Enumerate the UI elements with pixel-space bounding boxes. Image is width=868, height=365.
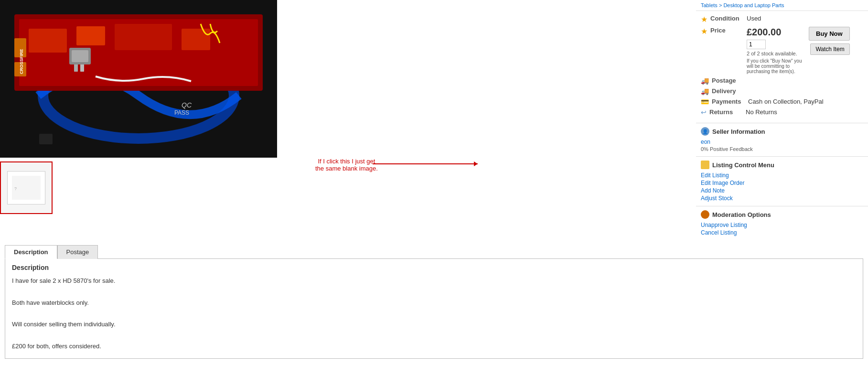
svg-text:?: ?: [14, 186, 17, 191]
payments-value: Cash on Collection, PayPal: [748, 98, 824, 105]
svg-rect-4: [29, 29, 67, 53]
commit-note: If you click "Buy Now" you will be commi…: [747, 58, 804, 74]
delivery-row: 🚚 Delivery: [701, 87, 863, 95]
svg-rect-6: [115, 24, 172, 50]
tab-bar: Description Postage: [5, 245, 863, 259]
condition-row: ★ Condition Used: [701, 15, 863, 24]
price-left: £200.00 2 of 2 stock available. If you c…: [747, 27, 804, 74]
postage-row: 🚚 Postage: [701, 77, 863, 85]
moderation-section: Moderation Options Unapprove Listing Can…: [696, 206, 868, 240]
seller-heading-text: Seller Information: [712, 128, 765, 135]
image-section: CROSSFIRE QC PASS: [0, 0, 301, 214]
payments-row: 💳 Payments Cash on Collection, PayPal: [701, 98, 863, 106]
edit-listing-link[interactable]: Edit Listing: [701, 172, 863, 179]
price-row: ★ Price £200.00 2 of 2 stock available. …: [701, 27, 863, 74]
quantity-input[interactable]: [747, 40, 766, 49]
condition-value: Used: [747, 15, 761, 22]
svg-rect-16: [72, 50, 88, 62]
buy-now-button[interactable]: Buy Now: [809, 27, 850, 41]
adjust-stock-link[interactable]: Adjust Stock: [701, 194, 863, 202]
seller-heading: 👤 Seller Information: [701, 127, 863, 136]
sidebar: Tablets > Desktop and Laptop Parts ★ Con…: [696, 0, 868, 240]
annotation-area: If I click this I just get the same blan…: [301, 0, 696, 172]
postage-label: Postage: [712, 77, 745, 84]
price-icon: ★: [701, 27, 707, 36]
product-info-section: ★ Condition Used ★ Price £200.00 2 of 2 …: [696, 11, 868, 123]
svg-rect-5: [76, 26, 105, 45]
annotation-arrow: [373, 163, 478, 164]
condition-label: Condition: [710, 15, 744, 22]
returns-value: No Returns: [746, 108, 777, 116]
tabs-section: Description Postage Description I have f…: [0, 245, 868, 359]
moderation-heading: Moderation Options: [701, 210, 863, 219]
returns-label: Returns: [709, 108, 743, 116]
edit-image-order-link[interactable]: Edit Image Order: [701, 179, 863, 187]
tab-description[interactable]: Description: [5, 245, 57, 259]
buy-area: Buy Now Watch Item: [809, 27, 850, 55]
condition-icon: ★: [701, 15, 707, 24]
thumbnail-1[interactable]: ?: [0, 161, 53, 214]
listing-control-icon: [701, 161, 709, 169]
description-heading: Description: [12, 264, 856, 271]
svg-text:CROSSFIRE: CROSSFIRE: [19, 49, 24, 74]
seller-icon: 👤: [701, 127, 709, 136]
svg-text:PASS: PASS: [174, 109, 189, 116]
seller-section: 👤 Seller Information eon 0% Positive Fee…: [696, 123, 868, 157]
stock-note: 2 of 2 stock available.: [747, 51, 804, 56]
seller-name-link[interactable]: eon: [701, 139, 710, 145]
moderation-icon: [701, 210, 709, 219]
price-label: Price: [710, 27, 744, 34]
thumbnail-image-1: ?: [7, 171, 45, 204]
listing-control-heading: Listing Control Menu: [701, 161, 863, 169]
annotation-text: If I click this I just get the same blan…: [315, 158, 378, 172]
returns-icon: ↩: [701, 108, 707, 116]
cancel-listing-link[interactable]: Cancel Listing: [701, 229, 863, 236]
payments-icon: 💳: [701, 98, 709, 106]
svg-rect-17: [39, 134, 53, 144]
watch-item-button[interactable]: Watch Item: [810, 43, 849, 55]
svg-text:QC: QC: [182, 101, 192, 109]
listing-control-heading-text: Listing Control Menu: [712, 161, 774, 169]
breadcrumb-desktop-parts[interactable]: Desktop and Laptop Parts: [723, 2, 784, 8]
svg-rect-7: [182, 29, 210, 50]
price-value: £200.00: [747, 27, 804, 38]
breadcrumb-tablets[interactable]: Tablets: [701, 2, 718, 8]
moderation-heading-text: Moderation Options: [712, 211, 771, 218]
tab-postage[interactable]: Postage: [57, 245, 98, 259]
seller-feedback: 0% Positive Feedback: [701, 146, 753, 152]
listing-control-section: Listing Control Menu Edit Listing Edit I…: [696, 157, 868, 206]
payments-label: Payments: [712, 98, 745, 105]
description-content: I have for sale 2 x HD 5870's for sale.B…: [12, 276, 856, 352]
breadcrumb: Tablets > Desktop and Laptop Parts: [696, 0, 868, 11]
add-note-link[interactable]: Add Note: [701, 187, 863, 194]
description-box: Description I have for sale 2 x HD 5870'…: [5, 258, 863, 359]
delivery-icon: 🚚: [701, 87, 709, 95]
price-area: £200.00 2 of 2 stock available. If you c…: [747, 27, 850, 74]
delivery-label: Delivery: [712, 87, 745, 95]
postage-icon: 🚚: [701, 77, 709, 85]
unapprove-listing-link[interactable]: Unapprove Listing: [701, 221, 863, 229]
returns-row: ↩ Returns No Returns: [701, 108, 863, 116]
main-product-image: CROSSFIRE QC PASS: [0, 0, 277, 158]
